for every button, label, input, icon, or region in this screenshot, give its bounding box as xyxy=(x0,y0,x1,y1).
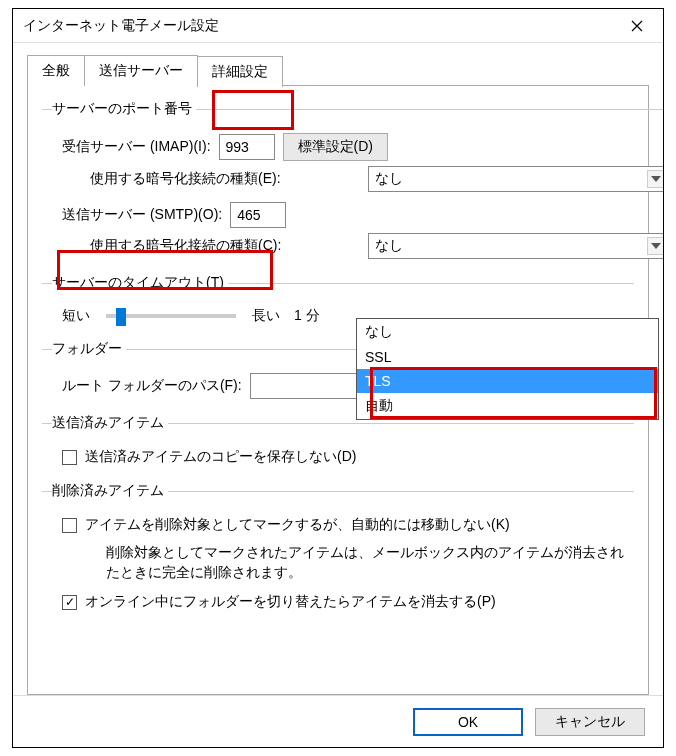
reset-defaults-button[interactable]: 標準設定(D) xyxy=(283,133,388,161)
dialog-window: インターネット電子メール設定 全般 送信サーバー 詳細設定 サーバーのポート番号… xyxy=(12,8,664,748)
dropdown-item-label: なし xyxy=(365,323,393,339)
smtp-port-input[interactable] xyxy=(230,202,286,228)
dont-save-sent-checkbox[interactable] xyxy=(62,450,77,465)
purge-on-switch-checkbox[interactable]: ✓ xyxy=(62,595,77,610)
tab-outgoing-server[interactable]: 送信サーバー xyxy=(84,55,198,86)
smtp-encryption-select[interactable]: なし xyxy=(368,233,663,259)
timeout-value: 1 分 xyxy=(294,307,320,325)
dropdown-item-tls[interactable]: TLS xyxy=(357,369,658,393)
tab-advanced[interactable]: 詳細設定 xyxy=(197,56,283,87)
dropdown-item-auto[interactable]: 自動 xyxy=(357,393,658,419)
imap-port-input[interactable] xyxy=(219,134,275,160)
dropdown-item-none[interactable]: なし xyxy=(357,319,658,345)
tab-general[interactable]: 全般 xyxy=(27,55,85,86)
dropdown-item-ssl[interactable]: SSL xyxy=(357,345,658,369)
dialog-body: 全般 送信サーバー 詳細設定 サーバーのポート番号 受信サーバー (IMAP)(… xyxy=(13,43,663,695)
titlebar: インターネット電子メール設定 xyxy=(13,9,663,43)
slider-thumb[interactable] xyxy=(116,308,126,326)
timeout-short-label: 短い xyxy=(62,307,90,325)
group-timeout-legend: サーバーのタイムアウト(T) xyxy=(52,274,228,292)
purge-on-switch-label: オンライン中にフォルダーを切り替えたらアイテムを消去する(P) xyxy=(85,593,496,611)
tab-outgoing-label: 送信サーバー xyxy=(99,62,183,78)
cancel-button[interactable]: キャンセル xyxy=(535,708,645,736)
mark-for-delete-checkbox[interactable] xyxy=(62,518,77,533)
smtp-encryption-value: なし xyxy=(375,237,403,255)
chevron-down-icon xyxy=(647,170,663,188)
button-bar: OK キャンセル xyxy=(13,695,663,747)
group-ports-legend: サーバーのポート番号 xyxy=(52,100,196,118)
smtp-port-label: 送信サーバー (SMTP)(O): xyxy=(62,206,222,224)
dropdown-item-label: SSL xyxy=(365,349,391,365)
ok-button[interactable]: OK xyxy=(413,708,523,736)
root-folder-label: ルート フォルダーのパス(F): xyxy=(62,377,242,395)
dont-save-sent-label: 送信済みアイテムのコピーを保存しない(D) xyxy=(85,448,356,466)
group-sent: 送信済みアイテム 送信済みアイテムのコピーを保存しない(D) xyxy=(42,414,634,478)
close-button[interactable] xyxy=(617,9,657,42)
reset-defaults-label: 標準設定(D) xyxy=(298,138,373,154)
deleted-note: 削除対象としてマークされたアイテムは、メールボックス内のアイテムが消去されたとき… xyxy=(52,540,634,587)
group-deleted-legend: 削除済みアイテム xyxy=(52,482,168,500)
dropdown-item-label: TLS xyxy=(365,373,391,389)
tab-general-label: 全般 xyxy=(42,62,70,78)
group-folder-legend: フォルダー xyxy=(52,340,126,358)
cancel-button-label: キャンセル xyxy=(555,713,625,731)
group-ports: サーバーのポート番号 受信サーバー (IMAP)(I): 標準設定(D) 使用す… xyxy=(42,100,663,270)
group-sent-legend: 送信済みアイテム xyxy=(52,414,168,432)
window-title: インターネット電子メール設定 xyxy=(23,17,219,35)
tab-bar: 全般 送信サーバー 詳細設定 xyxy=(27,55,649,86)
dropdown-item-label: 自動 xyxy=(365,397,393,413)
imap-encryption-select[interactable]: なし xyxy=(368,166,663,192)
smtp-encryption-dropdown: なし SSL TLS 自動 xyxy=(356,318,659,420)
imap-port-label: 受信サーバー (IMAP)(I): xyxy=(62,138,211,156)
imap-encryption-label: 使用する暗号化接続の種類(E): xyxy=(90,170,360,188)
smtp-encryption-label: 使用する暗号化接続の種類(C): xyxy=(90,237,360,255)
chevron-down-icon xyxy=(647,237,663,255)
tab-advanced-label: 詳細設定 xyxy=(212,63,268,79)
close-icon xyxy=(631,20,643,32)
timeout-long-label: 長い xyxy=(252,307,280,325)
group-deleted: 削除済みアイテム アイテムを削除対象としてマークするが、自動的には移動しない(K… xyxy=(42,482,634,623)
ok-button-label: OK xyxy=(458,714,478,730)
mark-for-delete-label: アイテムを削除対象としてマークするが、自動的には移動しない(K) xyxy=(85,516,510,534)
imap-encryption-value: なし xyxy=(375,170,403,188)
timeout-slider[interactable] xyxy=(106,314,236,318)
